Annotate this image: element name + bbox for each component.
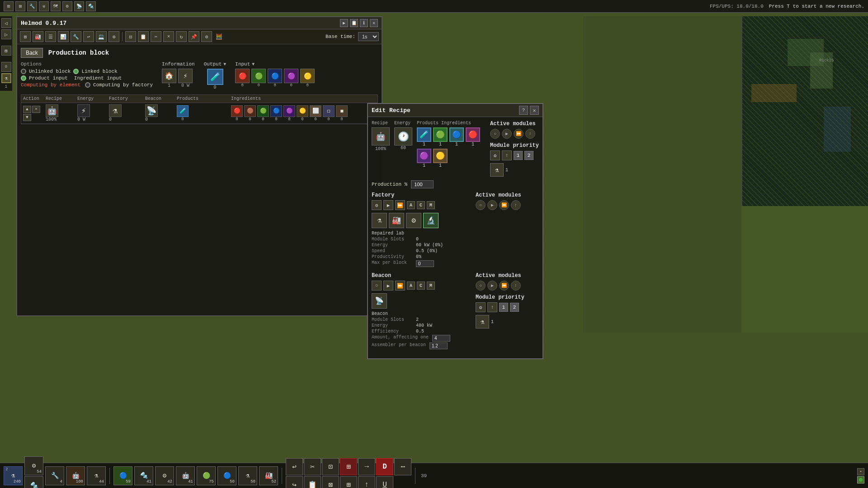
top-icon-8[interactable]: 🔩 [86, 1, 96, 11]
ingr-box-5[interactable]: 🟣 [283, 105, 295, 117]
mod-item-box-1[interactable]: ⚗ [490, 163, 504, 177]
top-icon-7[interactable]: 📡 [74, 1, 84, 11]
ls-btn-3[interactable]: ⊞ [1, 46, 11, 56]
tb-btn-factory[interactable]: 🏭 [33, 31, 43, 42]
input-item-box-3[interactable]: 🔵 [268, 69, 282, 83]
action-copy[interactable]: ⊡ [322, 458, 339, 475]
tb-btn-chart[interactable]: 📊 [58, 31, 69, 42]
assembler-per-beacon-input[interactable] [429, 343, 448, 349]
title-btn-info[interactable]: ℹ [360, 19, 368, 27]
action-undo[interactable]: ↩ [286, 458, 303, 475]
ingr-box-4[interactable]: 🔵 [270, 105, 282, 117]
bt-slot-11[interactable]: 🔵 50 [217, 466, 236, 485]
tb-btn-pc[interactable]: 💻 [96, 31, 107, 42]
factory-item-4[interactable]: 🔬 [423, 213, 439, 228]
output-item[interactable]: 🧪 [207, 69, 223, 85]
er-prod-box-1[interactable]: 🧪 [417, 127, 431, 142]
bt-slot-2b[interactable]: 🔩 100 [24, 476, 43, 488]
beacon-icon-item[interactable]: 📡 [372, 293, 387, 309]
tb-btn-wrench[interactable]: 🔧 [71, 31, 81, 42]
factory-ctrl-ff[interactable]: ⏩ [395, 200, 405, 210]
beacon-mod-icon-3[interactable]: ⏩ [499, 281, 509, 291]
bt-slot-2a[interactable]: ⚙ 54 [24, 456, 43, 475]
action-select[interactable]: ⊞ [340, 458, 357, 475]
beacon-ctrl-c[interactable]: C [417, 282, 425, 290]
fact-mod-icon-2[interactable]: ▶ [487, 200, 497, 210]
er-ingr-box-3[interactable]: 🔴 [466, 127, 480, 142]
er-ingr-box-1[interactable]: 🟢 [433, 127, 448, 142]
action-d[interactable]: D [376, 458, 393, 475]
bt-slot-1a[interactable]: 2 ⚗ 240 [4, 466, 23, 485]
beacon-ctrl-a[interactable]: A [407, 282, 415, 290]
prod-box-1[interactable]: 🧪 [177, 105, 189, 117]
mod-icon-arrow[interactable]: ↑ [525, 129, 535, 139]
beacon-priority-gear[interactable]: ⚙ [476, 302, 486, 312]
action-redo[interactable]: ↪ [286, 476, 303, 488]
bt-slot-3[interactable]: 🔧 4 [45, 466, 64, 485]
ingr-box-3[interactable]: 🟢 [257, 105, 269, 117]
recipe-icon[interactable]: 🤖 [46, 104, 58, 117]
action-rotatearrow[interactable]: ↑ [358, 476, 375, 488]
er-close-btn[interactable]: ✕ [530, 106, 539, 115]
action-underline[interactable]: U [376, 476, 393, 488]
beacon-mod-icon-2[interactable]: ▶ [487, 281, 497, 291]
priority-btn-up[interactable]: ↑ [502, 150, 512, 160]
mod-icon-ff[interactable]: ⏩ [514, 129, 524, 139]
back-button[interactable]: Back [21, 48, 43, 58]
output-filter-icon[interactable]: ▼ [223, 62, 226, 67]
title-btn-doc[interactable]: 📋 [350, 19, 358, 27]
minimap[interactable]: RickIS [741, 16, 868, 206]
bt-slot-10[interactable]: 🟢 75 [197, 466, 216, 485]
er-ingr-box-2[interactable]: 🔵 [449, 127, 464, 142]
prod-pct-input[interactable] [411, 180, 434, 188]
beacon-ctrl-m[interactable]: M [427, 282, 435, 290]
base-time-select[interactable]: 1s 1m 1h [358, 32, 379, 41]
er-ingr-box-5[interactable]: 🟡 [433, 149, 448, 163]
ls-item-icon[interactable]: ⚗ [1, 73, 11, 83]
action-grid[interactable]: ⊠ [322, 476, 339, 488]
ingr-box-6[interactable]: 🟡 [297, 105, 308, 117]
priority-btn-gear[interactable]: ⚙ [490, 150, 500, 160]
tb-btn-grid[interactable]: ⊞ [20, 31, 31, 42]
bt-slot-6[interactable]: 🔵 59 [113, 466, 132, 485]
ingr-box-7[interactable]: ⬜ [310, 105, 321, 117]
mod-icon-circle[interactable]: ○ [490, 129, 500, 139]
top-icon-3[interactable]: 🔧 [27, 1, 37, 11]
er-help-btn[interactable]: ? [519, 106, 528, 115]
bt-slot-4[interactable]: 🤖 100 [66, 466, 85, 485]
tb-btn-delete[interactable]: × [163, 31, 174, 42]
action-more[interactable]: ⋯ [394, 458, 411, 475]
factory-item-1[interactable]: ⚗ [372, 213, 387, 228]
factory-ctrl-play[interactable]: ▶ [383, 200, 393, 210]
top-icon-1[interactable]: ⊞ [4, 1, 14, 11]
tb-btn-copy[interactable]: ⊡ [125, 31, 136, 42]
factory-ctrl-gear[interactable]: ⚙ [372, 200, 382, 210]
beacon-mod-icon-4[interactable]: ↑ [511, 281, 521, 291]
linked-radio[interactable] [73, 69, 79, 74]
move-down-btn[interactable]: ▼ [23, 114, 31, 121]
input-item-box-5[interactable]: 🟡 [300, 69, 315, 83]
factory-ctrl-a[interactable]: A [407, 201, 415, 209]
unlinked-radio[interactable] [21, 69, 26, 74]
ingr-box-1[interactable]: 🔴 [231, 105, 243, 117]
input-filter-icon[interactable]: ▼ [252, 62, 255, 67]
top-icon-5[interactable]: 🗺 [51, 1, 61, 11]
factory-ctrl-c[interactable]: C [417, 201, 425, 209]
max-per-block-input[interactable] [416, 260, 434, 267]
input-item-box-4[interactable]: 🟣 [284, 69, 298, 83]
input-item-box-2[interactable]: 🟢 [251, 69, 266, 83]
beacon-mod-icon-1[interactable]: ○ [476, 281, 486, 291]
ingr-box-8[interactable]: ◻ [323, 105, 335, 117]
ingr-box-9[interactable]: ◼ [336, 105, 348, 117]
tb-btn-arrow[interactable]: ↩ [83, 31, 94, 42]
factory-ctrl-m[interactable]: M [427, 201, 435, 209]
top-icon-6[interactable]: ⚙ [62, 1, 72, 11]
bt-slot-12[interactable]: ⚗ 50 [238, 466, 257, 485]
action-paste[interactable]: 📋 [304, 476, 321, 488]
product-input-radio[interactable] [21, 75, 26, 81]
bt-slot-5[interactable]: ⚗ 44 [87, 466, 106, 485]
tb-btn-settings[interactable]: ⚙ [201, 31, 212, 42]
action-arrow[interactable]: → [358, 458, 375, 475]
fact-mod-icon-4[interactable]: ↑ [511, 200, 521, 210]
ls-btn-2[interactable]: ▷ [1, 29, 11, 39]
